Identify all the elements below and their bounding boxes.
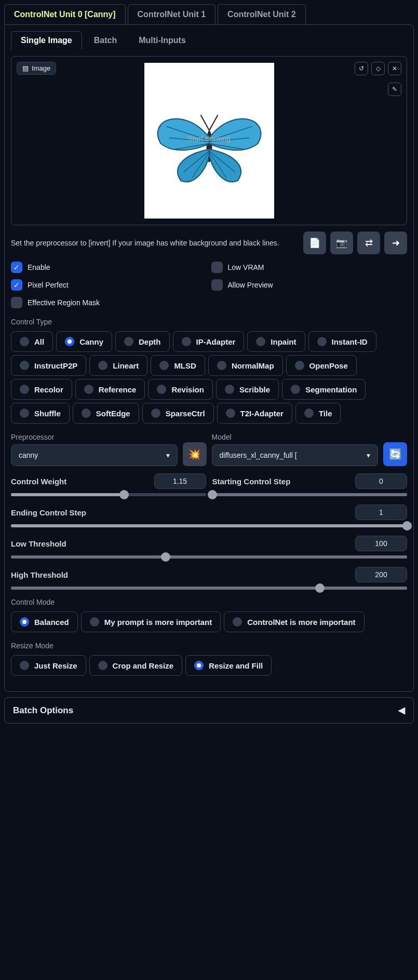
control-type-option-depth[interactable]: Depth <box>115 331 170 352</box>
control-type-option-instructp2p[interactable]: InstructP2P <box>11 355 86 376</box>
control-mode-label: Control Mode <box>11 598 407 606</box>
control-type-option-openpose[interactable]: OpenPose <box>286 355 357 376</box>
radio-dot-icon <box>98 661 107 670</box>
erase-button[interactable]: ◇ <box>371 62 385 75</box>
uploaded-image-preview: Start drawing <box>144 63 274 219</box>
control-type-option-label: Inpaint <box>271 337 296 346</box>
control-weight-slider[interactable] <box>11 493 206 496</box>
control-type-option-lineart[interactable]: Lineart <box>89 355 147 376</box>
swap-button[interactable]: ⇄ <box>357 232 380 254</box>
high-threshold-slider[interactable] <box>11 587 407 590</box>
low-vram-checkbox[interactable] <box>211 262 223 273</box>
control-mode-option-controlnet-is-more-important[interactable]: ControlNet is more important <box>224 611 364 632</box>
control-type-option-label: Depth <box>139 337 161 346</box>
radio-dot-icon <box>217 361 226 370</box>
control-type-option-label: SoftEdge <box>96 409 130 418</box>
low-threshold-slider[interactable] <box>11 555 407 559</box>
starting-step-slider[interactable] <box>212 493 408 496</box>
control-mode-option-label: My prompt is more important <box>104 618 212 627</box>
control-type-option-sparsectrl[interactable]: SparseCtrl <box>142 403 214 424</box>
control-type-option-normalmap[interactable]: NormalMap <box>208 355 283 376</box>
tab-unit-2[interactable]: ControlNet Unit 2 <box>218 4 306 24</box>
control-type-option-label: InstructP2P <box>34 361 77 370</box>
control-type-option-revision[interactable]: Revision <box>148 379 213 400</box>
model-select[interactable]: diffusers_xl_canny_full [ ▾ <box>212 444 379 466</box>
model-value: diffusers_xl_canny_full [ <box>220 451 297 459</box>
control-type-option-inpaint[interactable]: Inpaint <box>247 331 305 352</box>
preprocessor-value: canny <box>19 451 38 459</box>
tab-batch[interactable]: Batch <box>84 31 127 50</box>
control-type-option-canny[interactable]: Canny <box>56 331 112 352</box>
control-type-option-recolor[interactable]: Recolor <box>11 379 72 400</box>
control-mode-option-my-prompt-is-more-important[interactable]: My prompt is more important <box>81 611 221 632</box>
chevron-down-icon: ▾ <box>166 451 170 459</box>
radio-dot-icon <box>20 385 29 394</box>
undo-button[interactable]: ↺ <box>355 62 368 75</box>
batch-options-label: Batch Options <box>13 705 73 716</box>
tab-single-image[interactable]: Single Image <box>11 31 82 50</box>
control-type-option-label: Recolor <box>34 385 63 394</box>
radio-dot-icon <box>20 337 29 346</box>
control-type-option-label: OpenPose <box>309 361 348 370</box>
tab-multi-inputs[interactable]: Multi-Inputs <box>129 31 196 50</box>
control-mode-option-balanced[interactable]: Balanced <box>11 611 78 632</box>
control-mode-option-label: ControlNet is more important <box>247 618 355 627</box>
image-label-text: Image <box>32 64 50 72</box>
preprocessor-label: Preprocessor <box>11 433 178 441</box>
radio-dot-icon <box>304 409 314 418</box>
control-type-option-t2i-adapter[interactable]: T2I-Adapter <box>217 403 292 424</box>
control-type-label: Control Type <box>11 318 407 326</box>
control-type-option-label: T2I-Adapter <box>240 409 284 418</box>
control-weight-value[interactable]: 1.15 <box>154 473 206 489</box>
control-type-option-label: Scribble <box>239 385 270 394</box>
control-type-option-reference[interactable]: Reference <box>75 379 145 400</box>
control-type-option-all[interactable]: All <box>11 331 53 352</box>
model-label: Model <box>212 433 379 441</box>
effective-region-mask-checkbox[interactable] <box>11 297 22 308</box>
tab-unit-1[interactable]: ControlNet Unit 1 <box>128 4 216 24</box>
resize-mode-option-resize-and-fill[interactable]: Resize and Fill <box>185 655 272 676</box>
radio-dot-icon <box>20 409 29 418</box>
control-type-option-mlsd[interactable]: MLSD <box>151 355 205 376</box>
control-type-option-ip-adapter[interactable]: IP-Adapter <box>173 331 245 352</box>
webcam-button[interactable]: 📷 <box>330 232 353 254</box>
close-button[interactable]: ✕ <box>388 62 401 75</box>
control-type-option-instant-id[interactable]: Instant-ID <box>308 331 376 352</box>
control-type-option-label: All <box>34 337 44 346</box>
control-type-option-segmentation[interactable]: Segmentation <box>282 379 366 400</box>
starting-step-value[interactable]: 0 <box>355 473 407 489</box>
edit-button[interactable]: ✎ <box>388 83 401 96</box>
refresh-models-button[interactable]: 🔄 <box>383 442 407 466</box>
enable-checkbox[interactable]: ✓ <box>11 262 22 273</box>
pixel-perfect-checkbox[interactable]: ✓ <box>11 279 22 291</box>
control-weight-label: Control Weight <box>11 477 66 486</box>
resize-mode-option-just-resize[interactable]: Just Resize <box>11 655 86 676</box>
pixel-perfect-label: Pixel Perfect <box>28 281 69 289</box>
control-mode-group: BalancedMy prompt is more importantContr… <box>11 611 407 632</box>
controlnet-panel: Single Image Batch Multi-Inputs ▨ Image … <box>4 24 414 692</box>
control-type-group: AllCannyDepthIP-AdapterInpaintInstant-ID… <box>11 331 407 424</box>
control-type-option-label: Reference <box>99 385 137 394</box>
ending-step-slider[interactable] <box>11 524 407 527</box>
control-type-option-label: Revision <box>171 385 204 394</box>
radio-dot-icon <box>65 337 74 346</box>
preprocessor-hint: Set the preprocessor to [invert] If your… <box>11 238 299 249</box>
control-type-option-scribble[interactable]: Scribble <box>216 379 279 400</box>
send-button[interactable]: ➜ <box>384 232 407 254</box>
run-preprocessor-button[interactable]: 💥 <box>183 442 207 466</box>
radio-dot-icon <box>256 337 265 346</box>
preprocessor-select[interactable]: canny ▾ <box>11 444 178 466</box>
low-threshold-value[interactable]: 100 <box>355 536 407 551</box>
high-threshold-value[interactable]: 200 <box>355 567 407 582</box>
svg-line-2 <box>209 115 218 131</box>
image-drop-area[interactable]: ▨ Image ↺ ◇ ✕ ✎ <box>11 56 407 225</box>
tab-unit-0[interactable]: ControlNet Unit 0 [Canny] <box>4 4 126 24</box>
control-type-option-tile[interactable]: Tile <box>295 403 341 424</box>
new-canvas-button[interactable]: 📄 <box>303 232 326 254</box>
batch-options-accordion[interactable]: Batch Options ◀ <box>4 697 414 724</box>
resize-mode-option-crop-and-resize[interactable]: Crop and Resize <box>89 655 183 676</box>
control-type-option-shuffle[interactable]: Shuffle <box>11 403 70 424</box>
control-type-option-softedge[interactable]: SoftEdge <box>73 403 139 424</box>
allow-preview-checkbox[interactable] <box>211 279 223 291</box>
ending-step-value[interactable]: 1 <box>355 505 407 520</box>
